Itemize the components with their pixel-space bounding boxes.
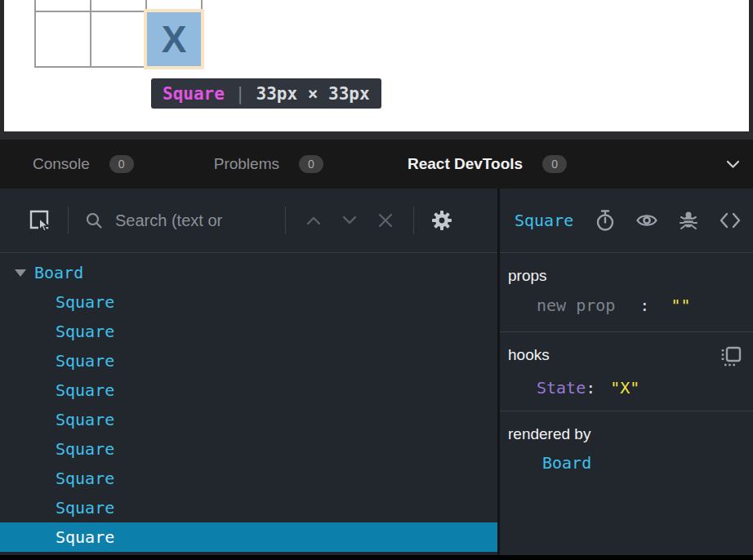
tab-badge: 0	[542, 155, 567, 173]
window-bottom-edge	[0, 555, 753, 560]
component-label: Square	[56, 527, 114, 547]
tab-badge: 0	[109, 155, 134, 173]
suspend-component-button[interactable]	[595, 209, 616, 232]
rendered-by-owner-link[interactable]: Board	[508, 453, 742, 473]
component-label: Square	[56, 439, 114, 459]
component-label: Square	[56, 410, 114, 429]
tooltip-separator: |	[235, 84, 246, 104]
gear-icon	[430, 209, 453, 232]
devtools-tab-bar: Console 0 Problems 0 React DevTools 0	[0, 140, 753, 189]
inspect-element-icon	[28, 208, 51, 233]
tree-item-square-selected[interactable]: Square	[0, 522, 497, 552]
clear-search-button[interactable]	[377, 212, 394, 229]
board-square[interactable]	[36, 0, 90, 11]
tab-react-devtools[interactable]: React DevTools 0	[408, 155, 567, 173]
components-tree-panel: Board Square Square Square Square Square…	[0, 189, 500, 555]
key-value-separator: :	[639, 296, 649, 315]
view-source-button[interactable]	[719, 211, 742, 229]
board-square-highlighted[interactable]: X	[147, 12, 201, 66]
react-devtools-panel: Board Square Square Square Square Square…	[0, 189, 753, 555]
chevron-down-icon	[341, 216, 358, 225]
component-inspector-panel: Square	[500, 189, 753, 555]
rendered-by-section: rendered by Board	[500, 411, 753, 555]
board-square[interactable]	[147, 0, 201, 11]
board-square[interactable]	[91, 12, 145, 66]
devtools-drag-divider[interactable]	[0, 131, 753, 140]
inspector-header: Square	[500, 189, 753, 253]
parse-hook-names-button[interactable]	[720, 346, 742, 367]
toolbar-divider	[68, 207, 69, 234]
component-label: Board	[34, 263, 83, 282]
rendered-by-title: rendered by	[508, 425, 590, 443]
hooks-row: State : "X"	[508, 378, 742, 398]
selected-component-name: Square	[515, 211, 573, 230]
tree-item-square[interactable]: Square	[0, 287, 497, 317]
log-component-button[interactable]	[678, 209, 699, 232]
tree-item-square[interactable]: Square	[0, 405, 497, 434]
previous-result-button[interactable]	[305, 216, 322, 225]
component-label: Square	[56, 292, 114, 312]
tree-item-square[interactable]: Square	[0, 317, 497, 346]
new-prop-input[interactable]: new prop	[537, 296, 615, 315]
collapse-panel-button[interactable]	[726, 160, 740, 169]
board-square[interactable]	[36, 12, 90, 66]
tree-toolbar	[0, 189, 497, 253]
window-edge-left	[0, 0, 4, 131]
key-value-separator: :	[586, 378, 595, 398]
tree-item-square[interactable]: Square	[0, 376, 497, 405]
tab-badge: 0	[299, 155, 323, 173]
component-label: Square	[56, 322, 114, 341]
chevron-down-icon	[726, 160, 740, 169]
parse-hooks-icon	[720, 346, 742, 367]
tree-item-board[interactable]: Board	[0, 258, 497, 287]
tree-item-square[interactable]: Square	[0, 493, 497, 522]
component-label: Square	[56, 498, 114, 518]
inspect-dom-button[interactable]	[635, 211, 658, 229]
props-title: props	[508, 267, 547, 285]
tab-label: Console	[33, 155, 90, 173]
hooks-title: hooks	[508, 346, 550, 364]
prop-value-input[interactable]: ""	[671, 296, 690, 315]
stopwatch-icon	[595, 209, 616, 232]
component-label: Square	[56, 380, 114, 400]
inspect-highlight-tooltip: Square | 33px × 33px	[151, 78, 381, 109]
close-icon	[377, 212, 394, 229]
tab-console[interactable]: Console 0	[33, 155, 134, 173]
tooltip-dimensions: 33px × 33px	[256, 84, 370, 104]
search-input[interactable]	[115, 211, 283, 230]
component-label: Square	[56, 351, 114, 371]
chevron-up-icon	[305, 216, 322, 225]
board-square[interactable]	[91, 0, 145, 11]
devtools-window: X Square | 33px × 33px Console 0 Problem…	[0, 0, 753, 560]
tree-item-square[interactable]: Square	[0, 346, 497, 376]
tree-item-square[interactable]: Square	[0, 464, 497, 493]
props-section: props new prop : ""	[500, 253, 753, 332]
search-icon	[85, 211, 103, 229]
tictactoe-board: X	[34, 0, 203, 68]
tooltip-component-name: Square	[163, 84, 225, 104]
expand-triangle-icon[interactable]	[15, 269, 26, 277]
tree-item-square[interactable]: Square	[0, 434, 497, 464]
hooks-section: hooks State : "X"	[500, 332, 753, 411]
component-label: Square	[56, 469, 114, 488]
hook-name: State	[537, 378, 586, 398]
toolbar-divider	[413, 207, 414, 234]
bug-icon	[678, 209, 699, 232]
settings-button[interactable]	[430, 209, 453, 232]
tab-label: Problems	[214, 155, 279, 173]
tab-label: React DevTools	[408, 155, 523, 173]
props-row: new prop : ""	[508, 296, 742, 315]
toolbar-divider	[285, 207, 286, 234]
inspected-page-viewport: X Square | 33px × 33px	[0, 0, 753, 131]
inspect-element-button[interactable]	[28, 208, 51, 233]
component-tree: Board Square Square Square Square Square…	[0, 253, 497, 555]
code-brackets-icon	[719, 211, 742, 229]
tab-problems[interactable]: Problems 0	[214, 155, 323, 173]
inspector-actions	[595, 209, 742, 232]
window-edge-right	[749, 0, 753, 131]
next-result-button[interactable]	[341, 216, 358, 225]
eye-icon	[635, 211, 658, 229]
hook-value-input[interactable]: "X"	[610, 378, 639, 398]
